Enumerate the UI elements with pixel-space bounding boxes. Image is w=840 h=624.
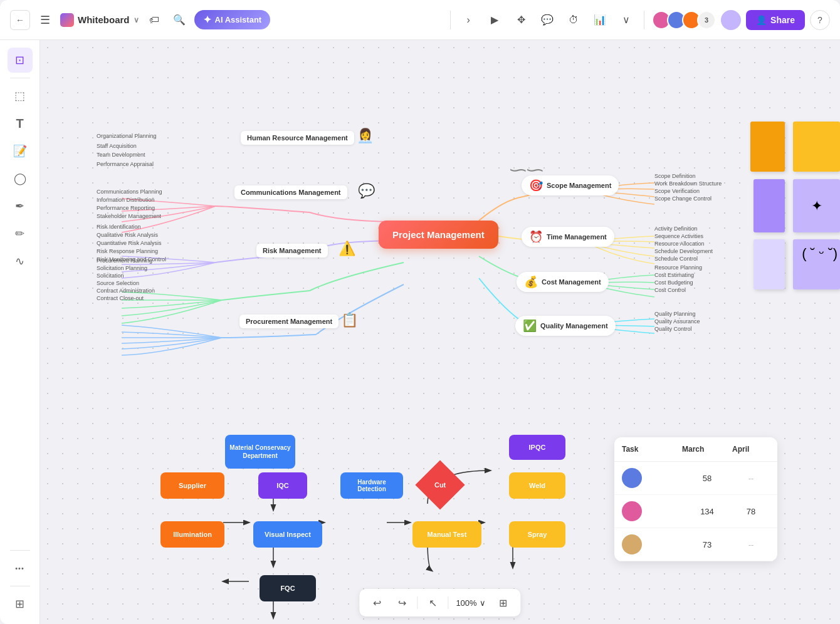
menu-button[interactable]: ☰ [35, 10, 55, 30]
branch-comm: Communications Management [234, 185, 347, 199]
user-avatar-2 [622, 501, 642, 521]
leaf-risk-resp: Risk Response Planning [97, 248, 158, 254]
node-fqc[interactable]: FQC [260, 575, 316, 601]
back-icon: ← [16, 15, 24, 25]
branch-cost: 💰 Cost Management [517, 272, 609, 292]
play-icon: ▶ [491, 14, 498, 26]
leaf-staff-acq: Staff Acquisition [97, 143, 137, 149]
sidebar-bottom[interactable]: ⊞ [8, 591, 33, 616]
quality-icon: ✅ [523, 319, 537, 333]
leaf-perf-rep: Performance Reporting [97, 205, 155, 211]
sidebar-text[interactable]: T [8, 111, 33, 136]
app-title[interactable]: Whiteboard ∨ [60, 13, 139, 27]
back-button[interactable]: ← [10, 10, 30, 30]
divider2 [644, 11, 644, 29]
sidebar-frame[interactable]: ⬚ [8, 83, 33, 108]
sticky-smiley: ( ˘ ᵕ ˘) [802, 246, 837, 262]
sidebar-more[interactable]: ••• [8, 556, 33, 581]
branch-risk: Risk Management [256, 244, 328, 257]
sidebar-line[interactable]: ∿ [8, 249, 33, 274]
cursor-icon: ✥ [517, 14, 525, 26]
node-spray[interactable]: Spray [509, 521, 565, 548]
cost-label: Cost Management [542, 278, 601, 286]
leaf-scope-def: Scope Definition [654, 173, 696, 179]
forward-button[interactable]: › [457, 9, 480, 31]
user-avatar-1 [622, 468, 642, 488]
leaf-quant-risk: Quantitative Risk Analysis [97, 240, 162, 246]
table-row: 58 -- [614, 462, 777, 495]
leaf-res-alloc: Resource Allocation [654, 241, 705, 247]
branch-quality: ✅ Quality Management [515, 316, 616, 336]
node-hardware[interactable]: HardwareDetection [340, 472, 403, 499]
scope-label: Scope Management [547, 182, 611, 189]
chart-icon: 📊 [594, 14, 606, 26]
node-visual[interactable]: Visual Inspect [253, 521, 322, 548]
toolbar-divider [417, 596, 417, 609]
sticky-purple-2[interactable] [753, 179, 785, 232]
zoom-chevron: ∨ [480, 598, 486, 608]
redo-button[interactable]: ↪ [392, 593, 412, 613]
leaf-act-def: Activity Definition [654, 226, 698, 232]
forward-icon: › [466, 14, 470, 26]
sidebar-pen[interactable]: ✒ [8, 194, 33, 219]
grid-icon: ⊞ [15, 597, 24, 611]
scribble-decoration: ∽∽ [508, 160, 542, 180]
node-material[interactable]: Material ConservacyDepartment [225, 435, 295, 469]
more-center-button[interactable]: ∨ [615, 9, 638, 31]
chart-button[interactable]: 📊 [589, 9, 611, 31]
ai-assistant-button[interactable]: ✦ AI Assistant [194, 10, 271, 29]
leaf-qual-assur: Quality Assurance [654, 318, 700, 325]
sticky-purple-1[interactable]: ✦ [793, 179, 840, 232]
cursor-button[interactable]: ✥ [510, 9, 532, 31]
row1-april: -- [732, 474, 770, 483]
node-iqc[interactable]: IQC [258, 472, 307, 499]
menu-icon: ☰ [40, 13, 50, 27]
row1-march: 58 [682, 474, 732, 483]
play-button[interactable]: ▶ [483, 9, 506, 31]
node-manual[interactable]: Manual Test [412, 521, 481, 548]
cursor-tool-button[interactable]: ↖ [423, 593, 443, 613]
sidebar-sticky[interactable]: 📝 [8, 138, 33, 164]
comment-button[interactable]: 💬 [536, 9, 559, 31]
help-button[interactable]: ? [810, 10, 830, 30]
sidebar-draw[interactable]: ✏ [8, 221, 33, 246]
canvas[interactable]: Organizational Planning Staff Acquisitio… [40, 40, 840, 624]
redo-icon: ↪ [398, 597, 406, 609]
help-icon: ? [817, 15, 822, 25]
node-ipqc[interactable]: IPQC [509, 435, 565, 460]
leaf-sched-ctrl: Schedule Control [654, 256, 698, 262]
leaf-scope-ver: Scope Verification [654, 188, 700, 194]
central-node: Project Management [379, 221, 498, 249]
toolbar-divider2 [448, 596, 448, 609]
sticky-deco: ✦ [811, 198, 822, 214]
profile-avatar[interactable] [721, 10, 741, 30]
search-button[interactable]: 🔍 [169, 10, 189, 30]
node-weld[interactable]: Weld [509, 472, 565, 499]
cursor-tool-icon: ↖ [429, 597, 437, 609]
sticky-purple-4[interactable] [753, 239, 785, 289]
undo-button[interactable]: ↩ [367, 593, 387, 613]
node-illumination[interactable]: Illumination [160, 521, 224, 548]
col-task: Task [622, 445, 653, 454]
bottom-toolbar: ↩ ↪ ↖ 100% ∨ ⊞ [359, 589, 520, 616]
leaf-solic: Solicitation [97, 273, 124, 279]
text-icon: T [16, 117, 23, 131]
more-icon: ••• [15, 564, 24, 572]
timer-button[interactable]: ⏱ [562, 9, 585, 31]
line-icon: ∿ [15, 254, 24, 268]
sticky-yellow-1[interactable] [793, 122, 840, 172]
search-icon: 🔍 [173, 14, 186, 26]
sidebar-sep-1 [10, 78, 30, 78]
sidebar-shape[interactable]: ◯ [8, 166, 33, 191]
map-button[interactable]: ⊞ [493, 593, 513, 613]
cost-icon: 💰 [524, 275, 538, 289]
node-supplier[interactable]: Supplier [160, 472, 224, 499]
leaf-proc-plan: Procurement Planning [97, 257, 152, 264]
share-button[interactable]: 👤 Share [746, 10, 805, 30]
zoom-value: 100% [456, 598, 476, 608]
sidebar-home[interactable]: ⊡ [8, 48, 33, 73]
row2-april: 78 [732, 507, 770, 516]
tag-button[interactable]: 🏷 [144, 10, 164, 30]
zoom-control[interactable]: 100% ∨ [453, 598, 488, 608]
sticky-yellow-2[interactable] [750, 122, 785, 172]
